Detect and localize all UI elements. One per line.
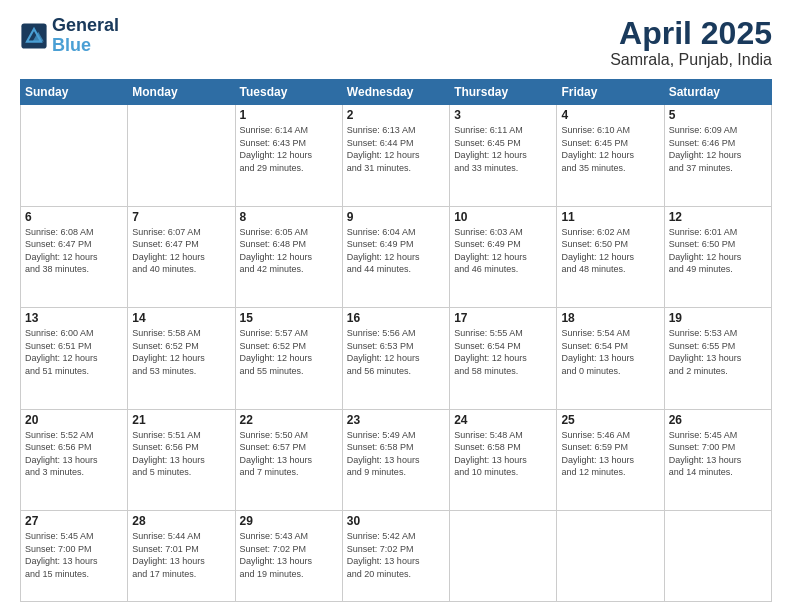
- logo-line2-text: Blue: [52, 35, 91, 55]
- weekday-header: Friday: [557, 80, 664, 105]
- day-info: Sunrise: 6:05 AM Sunset: 6:48 PM Dayligh…: [240, 226, 338, 276]
- day-number: 22: [240, 413, 338, 427]
- calendar-week-row: 6Sunrise: 6:08 AM Sunset: 6:47 PM Daylig…: [21, 206, 772, 307]
- calendar-cell: 9Sunrise: 6:04 AM Sunset: 6:49 PM Daylig…: [342, 206, 449, 307]
- calendar-cell: 13Sunrise: 6:00 AM Sunset: 6:51 PM Dayli…: [21, 308, 128, 409]
- calendar-cell: [128, 105, 235, 206]
- calendar-cell: 7Sunrise: 6:07 AM Sunset: 6:47 PM Daylig…: [128, 206, 235, 307]
- calendar-cell: 29Sunrise: 5:43 AM Sunset: 7:02 PM Dayli…: [235, 511, 342, 602]
- day-number: 11: [561, 210, 659, 224]
- day-number: 6: [25, 210, 123, 224]
- logo-icon: [20, 22, 48, 50]
- day-number: 12: [669, 210, 767, 224]
- day-number: 30: [347, 514, 445, 528]
- day-info: Sunrise: 5:48 AM Sunset: 6:58 PM Dayligh…: [454, 429, 552, 479]
- day-number: 16: [347, 311, 445, 325]
- day-number: 3: [454, 108, 552, 122]
- calendar-cell: 18Sunrise: 5:54 AM Sunset: 6:54 PM Dayli…: [557, 308, 664, 409]
- calendar-cell: 17Sunrise: 5:55 AM Sunset: 6:54 PM Dayli…: [450, 308, 557, 409]
- calendar-cell: 15Sunrise: 5:57 AM Sunset: 6:52 PM Dayli…: [235, 308, 342, 409]
- day-number: 20: [25, 413, 123, 427]
- calendar-title: April 2025: [610, 16, 772, 51]
- day-number: 24: [454, 413, 552, 427]
- weekday-header: Wednesday: [342, 80, 449, 105]
- day-info: Sunrise: 5:53 AM Sunset: 6:55 PM Dayligh…: [669, 327, 767, 377]
- calendar-cell: 28Sunrise: 5:44 AM Sunset: 7:01 PM Dayli…: [128, 511, 235, 602]
- calendar-cell: 1Sunrise: 6:14 AM Sunset: 6:43 PM Daylig…: [235, 105, 342, 206]
- day-info: Sunrise: 5:43 AM Sunset: 7:02 PM Dayligh…: [240, 530, 338, 580]
- day-number: 23: [347, 413, 445, 427]
- calendar-cell: 2Sunrise: 6:13 AM Sunset: 6:44 PM Daylig…: [342, 105, 449, 206]
- day-number: 28: [132, 514, 230, 528]
- day-number: 27: [25, 514, 123, 528]
- day-number: 7: [132, 210, 230, 224]
- day-number: 19: [669, 311, 767, 325]
- weekday-header: Thursday: [450, 80, 557, 105]
- day-number: 15: [240, 311, 338, 325]
- day-info: Sunrise: 5:42 AM Sunset: 7:02 PM Dayligh…: [347, 530, 445, 580]
- day-info: Sunrise: 5:45 AM Sunset: 7:00 PM Dayligh…: [25, 530, 123, 580]
- calendar-cell: 8Sunrise: 6:05 AM Sunset: 6:48 PM Daylig…: [235, 206, 342, 307]
- calendar-week-row: 27Sunrise: 5:45 AM Sunset: 7:00 PM Dayli…: [21, 511, 772, 602]
- calendar-cell: [557, 511, 664, 602]
- day-number: 2: [347, 108, 445, 122]
- calendar-week-row: 20Sunrise: 5:52 AM Sunset: 6:56 PM Dayli…: [21, 409, 772, 510]
- header: General Blue April 2025 Samrala, Punjab,…: [20, 16, 772, 69]
- calendar-subtitle: Samrala, Punjab, India: [610, 51, 772, 69]
- day-info: Sunrise: 5:52 AM Sunset: 6:56 PM Dayligh…: [25, 429, 123, 479]
- day-info: Sunrise: 6:01 AM Sunset: 6:50 PM Dayligh…: [669, 226, 767, 276]
- calendar-cell: 26Sunrise: 5:45 AM Sunset: 7:00 PM Dayli…: [664, 409, 771, 510]
- logo-line1: General: [52, 16, 119, 36]
- day-info: Sunrise: 5:55 AM Sunset: 6:54 PM Dayligh…: [454, 327, 552, 377]
- weekday-header: Tuesday: [235, 80, 342, 105]
- day-info: Sunrise: 6:00 AM Sunset: 6:51 PM Dayligh…: [25, 327, 123, 377]
- day-info: Sunrise: 6:11 AM Sunset: 6:45 PM Dayligh…: [454, 124, 552, 174]
- calendar-header-row: SundayMondayTuesdayWednesdayThursdayFrid…: [21, 80, 772, 105]
- logo-text: General Blue: [52, 16, 119, 56]
- logo-line2: Blue: [52, 36, 119, 56]
- calendar-cell: 10Sunrise: 6:03 AM Sunset: 6:49 PM Dayli…: [450, 206, 557, 307]
- day-info: Sunrise: 6:08 AM Sunset: 6:47 PM Dayligh…: [25, 226, 123, 276]
- calendar-cell: 11Sunrise: 6:02 AM Sunset: 6:50 PM Dayli…: [557, 206, 664, 307]
- day-number: 18: [561, 311, 659, 325]
- calendar-cell: 14Sunrise: 5:58 AM Sunset: 6:52 PM Dayli…: [128, 308, 235, 409]
- calendar-cell: 12Sunrise: 6:01 AM Sunset: 6:50 PM Dayli…: [664, 206, 771, 307]
- day-info: Sunrise: 5:50 AM Sunset: 6:57 PM Dayligh…: [240, 429, 338, 479]
- title-block: April 2025 Samrala, Punjab, India: [610, 16, 772, 69]
- day-info: Sunrise: 6:03 AM Sunset: 6:49 PM Dayligh…: [454, 226, 552, 276]
- page: General Blue April 2025 Samrala, Punjab,…: [0, 0, 792, 612]
- logo: General Blue: [20, 16, 119, 56]
- day-info: Sunrise: 6:09 AM Sunset: 6:46 PM Dayligh…: [669, 124, 767, 174]
- day-number: 29: [240, 514, 338, 528]
- day-number: 17: [454, 311, 552, 325]
- day-number: 14: [132, 311, 230, 325]
- day-info: Sunrise: 5:44 AM Sunset: 7:01 PM Dayligh…: [132, 530, 230, 580]
- day-number: 10: [454, 210, 552, 224]
- calendar-week-row: 1Sunrise: 6:14 AM Sunset: 6:43 PM Daylig…: [21, 105, 772, 206]
- day-number: 21: [132, 413, 230, 427]
- weekday-header: Monday: [128, 80, 235, 105]
- calendar-cell: 6Sunrise: 6:08 AM Sunset: 6:47 PM Daylig…: [21, 206, 128, 307]
- calendar-cell: [450, 511, 557, 602]
- calendar-cell: 25Sunrise: 5:46 AM Sunset: 6:59 PM Dayli…: [557, 409, 664, 510]
- day-number: 8: [240, 210, 338, 224]
- calendar-cell: 22Sunrise: 5:50 AM Sunset: 6:57 PM Dayli…: [235, 409, 342, 510]
- day-info: Sunrise: 5:51 AM Sunset: 6:56 PM Dayligh…: [132, 429, 230, 479]
- calendar-cell: 5Sunrise: 6:09 AM Sunset: 6:46 PM Daylig…: [664, 105, 771, 206]
- day-number: 5: [669, 108, 767, 122]
- weekday-header: Saturday: [664, 80, 771, 105]
- calendar-week-row: 13Sunrise: 6:00 AM Sunset: 6:51 PM Dayli…: [21, 308, 772, 409]
- day-info: Sunrise: 6:02 AM Sunset: 6:50 PM Dayligh…: [561, 226, 659, 276]
- day-info: Sunrise: 5:57 AM Sunset: 6:52 PM Dayligh…: [240, 327, 338, 377]
- day-info: Sunrise: 5:58 AM Sunset: 6:52 PM Dayligh…: [132, 327, 230, 377]
- calendar-cell: 3Sunrise: 6:11 AM Sunset: 6:45 PM Daylig…: [450, 105, 557, 206]
- day-info: Sunrise: 5:45 AM Sunset: 7:00 PM Dayligh…: [669, 429, 767, 479]
- day-number: 26: [669, 413, 767, 427]
- day-info: Sunrise: 6:13 AM Sunset: 6:44 PM Dayligh…: [347, 124, 445, 174]
- calendar-cell: [664, 511, 771, 602]
- day-info: Sunrise: 6:07 AM Sunset: 6:47 PM Dayligh…: [132, 226, 230, 276]
- calendar-cell: 19Sunrise: 5:53 AM Sunset: 6:55 PM Dayli…: [664, 308, 771, 409]
- calendar-cell: 23Sunrise: 5:49 AM Sunset: 6:58 PM Dayli…: [342, 409, 449, 510]
- day-info: Sunrise: 5:49 AM Sunset: 6:58 PM Dayligh…: [347, 429, 445, 479]
- day-number: 4: [561, 108, 659, 122]
